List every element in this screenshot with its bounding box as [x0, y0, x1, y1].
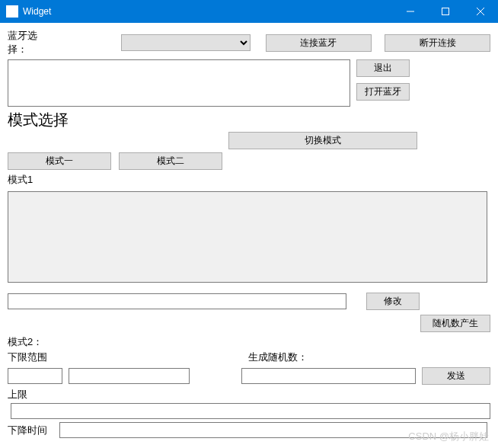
window-controls: [393, 0, 498, 23]
bluetooth-select[interactable]: [121, 34, 251, 51]
mode2-label: 模式2：: [8, 335, 490, 349]
mode1-textarea[interactable]: [8, 191, 487, 283]
modify-input[interactable]: [8, 293, 346, 309]
gen-random-label: 生成随机数：: [248, 350, 308, 364]
maximize-button[interactable]: [428, 0, 463, 23]
connect-bluetooth-button[interactable]: 连接蓝牙: [266, 34, 372, 52]
lower-range-input-1[interactable]: [8, 368, 62, 384]
bluetooth-select-label: 蓝牙选择：: [8, 29, 56, 56]
titlebar: Widget: [0, 0, 498, 23]
bluetooth-log-area[interactable]: [8, 59, 350, 107]
random-generate-button[interactable]: 随机数产生: [420, 315, 490, 332]
mode-heading: 模式选择: [8, 110, 490, 130]
send-button[interactable]: 发送: [422, 367, 490, 385]
disconnect-bluetooth-button[interactable]: 断开连接: [385, 34, 490, 52]
mode1-button[interactable]: 模式一: [8, 152, 111, 170]
minimize-button[interactable]: [393, 0, 428, 23]
app-icon: [6, 5, 18, 18]
window-title: Widget: [23, 6, 51, 17]
lower-range-label: 下限范围: [8, 350, 53, 364]
mode1-label: 模式1: [8, 173, 490, 187]
drop-time-input[interactable]: [59, 422, 487, 438]
svg-rect-1: [442, 8, 449, 15]
upper-input[interactable]: [11, 403, 490, 419]
mode2-button[interactable]: 模式二: [119, 152, 222, 170]
drop-time-label: 下降时间: [8, 424, 56, 437]
gen-random-input[interactable]: [241, 368, 416, 384]
lower-range-input-2[interactable]: [69, 368, 190, 384]
exit-button[interactable]: 退出: [356, 59, 410, 77]
modify-button[interactable]: 修改: [366, 293, 420, 310]
switch-mode-button[interactable]: 切换模式: [228, 132, 417, 149]
upper-label: 上限: [8, 388, 30, 402]
open-bluetooth-button[interactable]: 打开蓝牙: [356, 83, 410, 101]
close-button[interactable]: [463, 0, 498, 23]
